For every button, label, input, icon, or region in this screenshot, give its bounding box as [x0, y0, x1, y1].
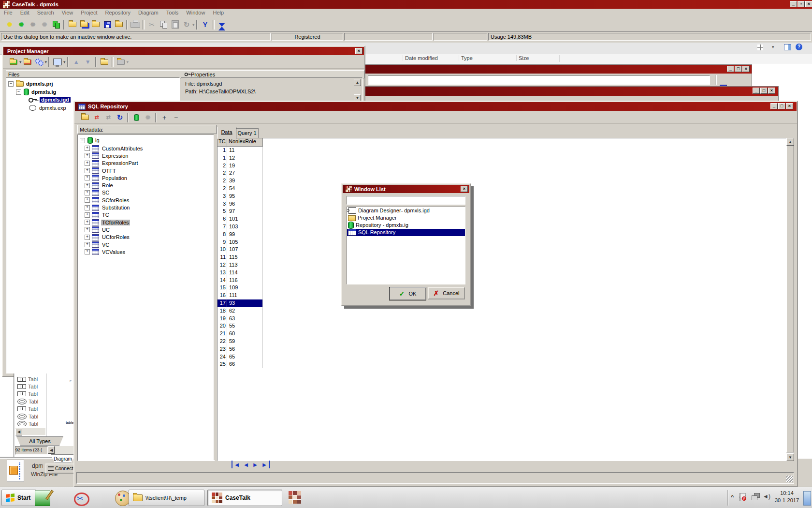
metadata-table-item[interactable]: UCforRoles — [78, 234, 214, 241]
move-up-button[interactable]: ▲ — [71, 57, 82, 68]
expand-icon[interactable] — [85, 220, 90, 225]
scroll-thumb[interactable] — [786, 146, 794, 452]
cut-button[interactable]: ✂ — [146, 19, 158, 30]
shape-list-item[interactable]: Tabl — [17, 420, 46, 426]
zoom-in-button[interactable]: + — [159, 112, 170, 123]
metadata-table-item[interactable]: Role — [78, 181, 214, 189]
metadata-table-item[interactable]: TCforRoles — [78, 219, 214, 226]
views-dropdown-icon[interactable]: ▾ — [772, 45, 774, 49]
table-row[interactable]: 16 111 — [218, 292, 263, 299]
file-info-button[interactable] — [113, 19, 125, 30]
ok-button[interactable]: ✓ OK — [389, 287, 426, 300]
open-model-button[interactable]: ✹ — [15, 19, 27, 30]
minimize-button[interactable]: _ — [753, 88, 760, 94]
metadata-table-item[interactable]: OTFT — [78, 167, 214, 174]
network-icon[interactable] — [752, 493, 759, 500]
refresh-button[interactable]: ↻ — [181, 19, 192, 30]
metadata-table-item[interactable]: Substitution — [78, 204, 214, 211]
expand-icon[interactable] — [85, 242, 90, 247]
open-project-button[interactable] — [67, 19, 78, 30]
save-project-button[interactable] — [78, 19, 90, 30]
metadata-table-item[interactable]: SC — [78, 189, 214, 196]
menu-item[interactable]: Tools — [162, 9, 183, 16]
expand-icon[interactable] — [85, 197, 90, 203]
window-list-item[interactable]: Diagram Designer- dpmxls.igd — [347, 207, 465, 214]
metadata-table-item[interactable]: Population — [78, 174, 214, 181]
metadata-table-item[interactable]: ExpressionPart — [78, 160, 214, 167]
grid-header-tc[interactable]: TC — [218, 138, 227, 146]
shape-list-item[interactable]: Tabl — [17, 405, 46, 413]
show-desktop-button[interactable] — [803, 491, 811, 506]
minimize-button[interactable]: _ — [727, 66, 734, 72]
metadata-table-item[interactable]: VC — [78, 241, 214, 248]
insert-rows-button[interactable]: ⇄ — [91, 112, 102, 123]
menu-item[interactable]: View — [58, 9, 77, 16]
data-vscrollbar[interactable]: ▲ ▼ — [786, 138, 794, 461]
model-edit-button[interactable]: ✹ — [39, 19, 50, 30]
table-row[interactable]: 11 115 — [218, 254, 263, 261]
expand-icon[interactable] — [85, 235, 90, 240]
taskbar-button-casetalk[interactable]: CaseTalk — [207, 490, 282, 506]
table-row[interactable]: 13 114 — [218, 269, 263, 277]
refresh-button[interactable]: ↻ — [114, 112, 126, 123]
table-row[interactable]: 19 63 — [218, 315, 263, 323]
expand-icon[interactable] — [85, 205, 90, 210]
shape-list-item[interactable]: Tabl — [17, 413, 46, 420]
tree-item-ig[interactable]: dpmxls.ig — [16, 89, 56, 95]
nav-next-button[interactable]: ▶ — [251, 461, 260, 468]
collapse-icon[interactable] — [80, 138, 85, 143]
expand-icon[interactable] — [85, 168, 90, 173]
table-row[interactable]: 21 60 — [218, 330, 263, 338]
shape-list-item[interactable]: Tabl — [17, 390, 46, 398]
table-row[interactable]: 1 11 — [218, 147, 263, 154]
save-file-button[interactable] — [102, 19, 113, 30]
connect-button[interactable]: Connect — [45, 463, 74, 474]
maximize-button[interactable]: □ — [735, 66, 742, 72]
shape-list-item[interactable]: Tabl — [17, 398, 46, 405]
metadata-table-item[interactable]: CustomAttributes — [78, 145, 214, 152]
open-file-button[interactable] — [22, 57, 33, 68]
menu-item[interactable]: File — [0, 9, 16, 16]
casetalk-tray-logo-icon[interactable] — [289, 491, 301, 504]
expand-icon[interactable] — [85, 175, 90, 180]
close-button[interactable]: × — [355, 48, 362, 54]
table-row[interactable]: 8 99 — [218, 231, 263, 239]
expand-icon[interactable] — [85, 153, 90, 158]
expand-icon[interactable] — [85, 227, 90, 232]
duplicate-button[interactable] — [50, 19, 62, 30]
menu-item[interactable]: Edit — [16, 9, 33, 16]
scroll-left-button[interactable]: ◀ — [48, 446, 55, 454]
model-button[interactable]: ✹ — [142, 112, 154, 123]
archive-button[interactable] — [115, 57, 127, 68]
chart-tool-icon[interactable] — [35, 491, 50, 506]
tree-item-exp[interactable]: dpmxls.exp — [29, 105, 66, 111]
shape-list-item[interactable]: Tabl — [17, 383, 46, 390]
tree-root-ig[interactable]: ig — [78, 135, 214, 145]
close-button[interactable]: × — [461, 186, 468, 192]
column-header-type[interactable]: Type — [459, 55, 518, 61]
open-file-button[interactable] — [90, 19, 102, 30]
database-button[interactable] — [130, 112, 142, 123]
speaker-icon[interactable]: ◄) — [763, 493, 770, 500]
new-file-button[interactable] — [8, 57, 19, 68]
move-down-button[interactable]: ▼ — [82, 57, 94, 68]
new-model-button[interactable]: ✹ — [4, 19, 15, 30]
table-row[interactable]: 22 59 — [218, 338, 263, 345]
window-list-item[interactable]: Project Manager — [347, 214, 465, 222]
snipping-tool-icon[interactable]: ✂ — [74, 492, 88, 506]
file-properties-button[interactable] — [99, 57, 110, 68]
tree-item-prj[interactable]: dpmxls.prj — [8, 81, 53, 87]
metadata-table-item[interactable]: VCValues — [78, 248, 214, 255]
expand-icon[interactable] — [85, 190, 90, 195]
nav-last-button[interactable]: ▶ — [260, 461, 270, 468]
window-list-item[interactable]: Repository - dpmxls.ig — [347, 222, 465, 229]
all-types-tab[interactable]: All Types — [16, 436, 63, 446]
model-key-button[interactable]: ✹ — [27, 19, 39, 30]
table-row[interactable]: 23 56 — [218, 345, 263, 353]
view-button[interactable] — [52, 57, 63, 68]
table-row[interactable]: 6 101 — [218, 215, 263, 223]
preview-pane-icon[interactable] — [784, 44, 791, 50]
table-row[interactable]: 1 12 — [218, 154, 263, 162]
expand-icon[interactable] — [85, 249, 90, 254]
expand-icon[interactable] — [85, 212, 90, 218]
